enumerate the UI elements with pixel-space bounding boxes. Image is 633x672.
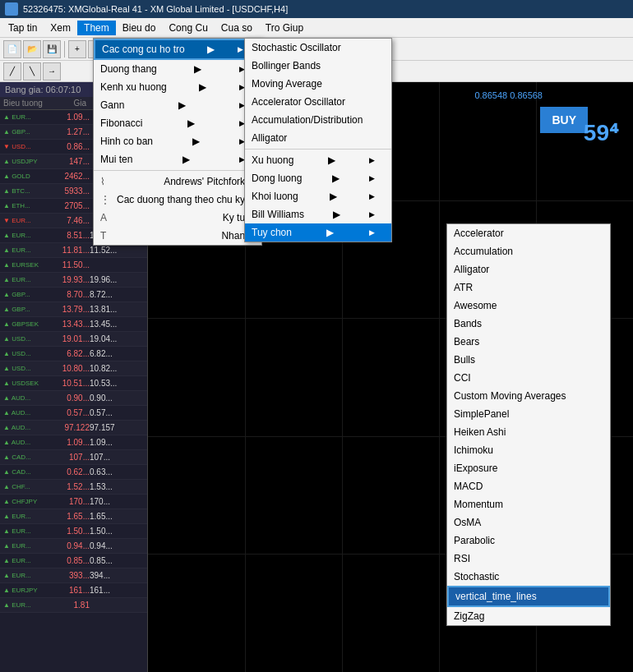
new-chart-btn[interactable]: 📄 <box>3 40 21 58</box>
price-row-eur5[interactable]: ▲ EUR...19.93...19.96... <box>0 273 147 288</box>
menu-item-andrews[interactable]: ⌇ Andrews' Pitchfork <box>94 173 261 191</box>
simple-panel-l3-label: SimplePanel <box>454 408 509 420</box>
menu-tro-giup[interactable]: Tro Giup <box>259 21 310 35</box>
price-row-usd3[interactable]: ▲ USD...6.82...6.82... <box>0 347 147 361</box>
awesome-l3-label: Awesome <box>454 300 497 311</box>
price-row-cad2[interactable]: ▲ CAD...0.62...0.63... <box>0 465 147 480</box>
menu-item-accumulation-l3[interactable]: Accumulation <box>447 242 610 260</box>
menu-item-nhan[interactable]: T Nhan <box>94 227 261 245</box>
draw-arrow-btn[interactable]: → <box>43 62 61 81</box>
price-row-eur6[interactable]: ▲ EUR...1.65...1.65... <box>0 509 147 524</box>
price-row-cad1[interactable]: ▲ CAD...107...107... <box>0 450 147 465</box>
menu-them[interactable]: Them <box>77 21 116 35</box>
menu-item-macd-l3[interactable]: MACD <box>447 477 610 495</box>
price-row-eursek[interactable]: ▲ EURSEK11.50... <box>0 258 147 273</box>
menu-item-fibonacci[interactable]: Fibonacci ▶ <box>94 114 261 132</box>
menu-item-dong-luong[interactable]: Dong luong ▶ <box>245 169 391 187</box>
draw-line-btn[interactable]: ╱ <box>3 62 21 81</box>
menu-item-bollinger[interactable]: Bollinger Bands <box>245 57 391 75</box>
price-row-chf[interactable]: ▲ CHF...1.52...1.53... <box>0 480 147 495</box>
price-row-usd2[interactable]: ▲ USD...19.01...19.04... <box>0 332 147 347</box>
menu-cac-cong-cu-dropdown: Stochastic Oscillator Bollinger Bands Mo… <box>244 38 392 242</box>
price-row-eur10[interactable]: ▲ EUR...393...394... <box>0 568 147 583</box>
menu-xem[interactable]: Xem <box>44 21 77 35</box>
menu-item-bulls-l3[interactable]: Bulls <box>447 351 610 369</box>
sep-l2 <box>245 149 391 150</box>
price-row-usdsek[interactable]: ▲ USDSEK10.51...10.53... <box>0 376 147 391</box>
menu-item-osma-l3[interactable]: OsMA <box>447 513 610 532</box>
draw-tool-btn[interactable]: ╲ <box>23 62 41 81</box>
buy-button[interactable]: BUY <box>540 107 588 133</box>
price-row-usd4[interactable]: ▲ USD...10.80...10.82... <box>0 361 147 376</box>
submenu-arrow-bill-williams: ▶ <box>333 209 340 220</box>
menu-item-bands-l3[interactable]: Bands <box>447 315 610 333</box>
open-btn[interactable]: 📂 <box>23 40 41 58</box>
menu-cong-cu[interactable]: Cong Cu <box>162 21 214 35</box>
menu-item-awesome-l3[interactable]: Awesome <box>447 297 610 315</box>
price-row-eur8[interactable]: ▲ EUR...0.94...0.94... <box>0 539 147 554</box>
menu-item-parabolic-l3[interactable]: Parabolic <box>447 532 610 550</box>
price-row-aud4[interactable]: ▲ AUD...1.09...1.09... <box>0 435 147 450</box>
menu-item-moving-avg[interactable]: Moving Average <box>245 75 391 93</box>
price-row-gbp2[interactable]: ▲ GBP...8.70...8.72... <box>0 288 147 302</box>
price-row-eur11[interactable]: ▲ EUR...1.81 <box>0 598 147 613</box>
menu-item-simple-panel-l3[interactable]: SimplePanel <box>447 405 610 423</box>
menu-item-vertical-time-lines[interactable]: vertical_time_lines <box>447 586 610 607</box>
menu-tap-tin[interactable]: Tap tin <box>2 21 44 35</box>
menu-cua-so[interactable]: Cua so <box>215 21 259 35</box>
price-row-gbpsek[interactable]: ▲ GBPSEK13.43...13.45... <box>0 317 147 332</box>
price-row-gbp3[interactable]: ▲ GBP...13.79...13.81... <box>0 302 147 317</box>
menu-item-alligator-l3[interactable]: Alligator <box>447 260 610 278</box>
price-row-chfjpy[interactable]: ▲ CHFJPY170...170... <box>0 495 147 509</box>
menu-item-duong-thang[interactable]: Duong thang ▶ <box>94 60 261 78</box>
menu-item-khoi-luong[interactable]: Khoi luong ▶ <box>245 187 391 205</box>
menu-item-cac-duong[interactable]: ⋮ Cac duong thang theo chu ky <box>94 191 261 209</box>
menu-item-cci-l3[interactable]: CCI <box>447 369 610 387</box>
menu-item-accumulation-dist[interactable]: Accumulation/Distribution <box>245 111 391 129</box>
bears-l3-label: Bears <box>454 336 479 348</box>
cycle-lines-icon: ⋮ <box>100 194 113 205</box>
menu-item-kenh-xu-huong[interactable]: Kenh xu huong ▶ <box>94 78 261 96</box>
menu-item-bears-l3[interactable]: Bears <box>447 333 610 351</box>
menu-item-momentum-l3[interactable]: Momentum <box>447 495 610 513</box>
menu-item-accelerator-osc[interactable]: Accelerator Oscillator <box>245 93 391 111</box>
menu-item-stochastic-osc[interactable]: Stochastic Oscillator <box>245 39 391 57</box>
menu-item-bill-williams[interactable]: Bill Williams ▶ <box>245 205 391 223</box>
menu-item-hinh-co-ban[interactable]: Hinh co ban ▶ <box>94 132 261 150</box>
menu-item-atr-l3[interactable]: ATR <box>447 278 610 297</box>
bill-williams-label: Bill Williams <box>252 209 304 220</box>
menu-bieu-do[interactable]: Bieu do <box>116 21 163 35</box>
menu-item-ichimoku-l3[interactable]: Ichimoku <box>447 441 610 459</box>
menu-bar: Tap tin Xem Them Bieu do Cong Cu Cua so … <box>0 18 633 38</box>
ky-tu-icon: A <box>100 212 113 223</box>
menu-item-tuy-chon[interactable]: Tuy chon ▶ <box>245 223 391 242</box>
price-row-eur7[interactable]: ▲ EUR...1.50...1.50... <box>0 524 147 539</box>
menu-item-rsi-l3[interactable]: RSI <box>447 550 610 568</box>
menu-item-stochastic-l3[interactable]: Stochastic <box>447 568 610 586</box>
price-row-eurjpy[interactable]: ▲ EURJPY161...161... <box>0 583 147 598</box>
menu-item-mui-ten[interactable]: Mui ten ▶ <box>94 150 261 168</box>
menu-item-zigzag-l3[interactable]: ZigZag <box>447 607 610 625</box>
zigzag-l3-label: ZigZag <box>454 610 484 622</box>
macd-l3-label: MACD <box>454 481 483 492</box>
price-row-eur9[interactable]: ▲ EUR...0.85...0.85... <box>0 554 147 568</box>
menu-item-gann[interactable]: Gann ▶ <box>94 96 261 114</box>
accelerator-osc-label: Accelerator Oscillator <box>252 96 345 108</box>
menu-l3: Accelerator Accumulation Alligator ATR A… <box>446 223 611 626</box>
price-row-aud1[interactable]: ▲ AUD...0.90...0.90... <box>0 391 147 406</box>
price-row-aud3[interactable]: ▲ AUD...97.12297.157 <box>0 421 147 435</box>
menu-item-custom-ma-l3[interactable]: Custom Moving Averages <box>447 387 610 405</box>
price-row-aud2[interactable]: ▲ AUD...0.57...0.57... <box>0 406 147 421</box>
menu-item-alligator-l2[interactable]: Alligator <box>245 129 391 147</box>
menu-item-xu-huong[interactable]: Xu huong ▶ <box>245 151 391 169</box>
menu-item-cac-cong-cu[interactable]: Cac cong cu ho tro ▶ <box>94 39 261 60</box>
menu-item-accelerator-l3[interactable]: Accelerator <box>447 224 610 242</box>
plus-btn[interactable]: + <box>68 40 86 58</box>
accumulation-dist-label: Accumulation/Distribution <box>252 114 363 126</box>
menu-item-iexposure-l3[interactable]: iExposure <box>447 459 610 477</box>
vertical-time-lines-label: vertical_time_lines <box>455 591 537 602</box>
save-btn[interactable]: 💾 <box>43 40 61 58</box>
menu-item-ky-tu[interactable]: A Ky tu <box>94 209 261 227</box>
menu-item-heiken-ashi-l3[interactable]: Heiken Ashi <box>447 423 610 441</box>
bands-l3-label: Bands <box>454 318 482 329</box>
